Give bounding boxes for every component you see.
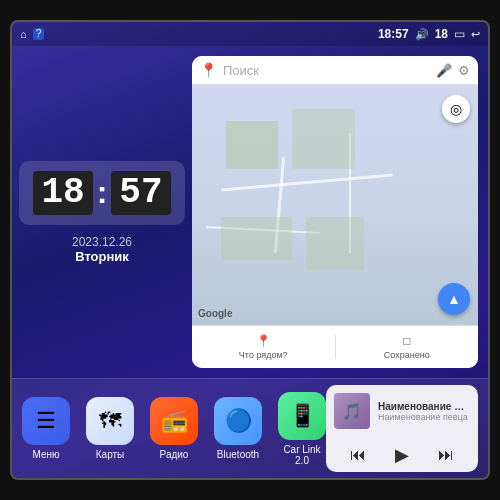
left-panel: 18 : 57 2023.12.26 Вторник (22, 56, 182, 368)
music-next-button[interactable]: ⏭ (438, 446, 454, 464)
map-block (221, 217, 293, 260)
map-block (292, 109, 355, 169)
saved-icon: □ (403, 334, 410, 348)
home-icon[interactable]: ⌂ (20, 28, 27, 40)
maps-label: Карты (96, 449, 125, 460)
device-screen: ⌂ ? 18:57 🔊 18 ▭ ↩ 18 : 57 2023.12.26 Вт… (10, 20, 490, 480)
music-artist: Наименование певца (378, 412, 470, 422)
main-content: 18 : 57 2023.12.26 Вторник 📍 Поиск 🎤 ⚙ (12, 46, 488, 378)
back-icon[interactable]: ↩ (471, 28, 480, 41)
clock-minutes: 57 (111, 171, 170, 215)
music-prev-button[interactable]: ⏮ (350, 446, 366, 464)
map-block (306, 217, 363, 270)
music-avatar-image: 🎵 (334, 393, 370, 429)
clock-hours: 18 (33, 171, 92, 215)
weekday-text: Вторник (72, 249, 132, 264)
map-widget: 📍 Поиск 🎤 ⚙ Google ◎ ▲ (192, 56, 478, 368)
map-block (226, 121, 277, 169)
nearby-label: Что рядом? (239, 350, 288, 360)
map-area[interactable]: Google ◎ ▲ (192, 85, 478, 325)
map-saved-button[interactable]: □ Сохранено (336, 330, 479, 364)
volume-icon: 🔊 (415, 28, 429, 41)
app-maps[interactable]: 🗺 Карты (86, 397, 134, 460)
nearby-icon: 📍 (256, 334, 271, 348)
app-menu[interactable]: ☰ Меню (22, 397, 70, 460)
map-search-text[interactable]: Поиск (223, 63, 430, 78)
status-battery-number: 18 (435, 27, 448, 41)
map-search-bar[interactable]: 📍 Поиск 🎤 ⚙ (192, 56, 478, 85)
map-pin-icon: 📍 (200, 62, 217, 78)
map-voice-icon[interactable]: 🎤 (436, 63, 452, 78)
map-location-fab[interactable]: ◎ (442, 95, 470, 123)
app-icon[interactable]: ? (33, 28, 45, 40)
map-navigate-fab[interactable]: ▲ (438, 283, 470, 315)
maps-icon: 🗺 (86, 397, 134, 445)
music-info: 🎵 Наименование песни Наименование певца (326, 385, 478, 437)
music-player: 🎵 Наименование песни Наименование певца … (326, 385, 478, 472)
music-title: Наименование песни (378, 401, 470, 412)
music-play-button[interactable]: ▶ (395, 444, 409, 466)
carlink-label: Car Link 2.0 (278, 444, 326, 466)
battery-icon: ▭ (454, 27, 465, 41)
app-radio[interactable]: 📻 Радио (150, 397, 198, 460)
saved-label: Сохранено (384, 350, 430, 360)
app-carlink[interactable]: 📱 Car Link 2.0 (278, 392, 326, 466)
date-info: 2023.12.26 Вторник (72, 235, 132, 264)
app-bluetooth[interactable]: 🔵 Bluetooth (214, 397, 262, 460)
date-text: 2023.12.26 (72, 235, 132, 249)
status-bar: ⌂ ? 18:57 🔊 18 ▭ ↩ (12, 22, 488, 46)
carlink-icon: 📱 (278, 392, 326, 440)
status-time: 18:57 (378, 27, 409, 41)
bottom-bar: ☰ Меню 🗺 Карты 📻 Радио 🔵 Bluetooth 📱 Car… (12, 378, 488, 478)
bluetooth-icon: 🔵 (214, 397, 262, 445)
menu-icon: ☰ (22, 397, 70, 445)
map-road (221, 174, 392, 192)
map-settings-icon[interactable]: ⚙ (458, 63, 470, 78)
radio-label: Радио (160, 449, 189, 460)
music-text: Наименование песни Наименование певца (378, 401, 470, 422)
google-logo: Google (198, 308, 232, 319)
music-avatar: 🎵 (334, 393, 370, 429)
music-controls: ⏮ ▶ ⏭ (326, 437, 478, 472)
map-nearby-button[interactable]: 📍 Что рядом? (192, 330, 335, 364)
app-icon-list: ☰ Меню 🗺 Карты 📻 Радио 🔵 Bluetooth 📱 Car… (22, 392, 326, 466)
clock-widget: 18 : 57 (19, 161, 184, 225)
menu-label: Меню (32, 449, 59, 460)
map-footer: 📍 Что рядом? □ Сохранено (192, 325, 478, 368)
clock-colon: : (97, 174, 108, 211)
radio-icon: 📻 (150, 397, 198, 445)
bluetooth-label: Bluetooth (217, 449, 259, 460)
status-left-icons: ⌂ ? (20, 28, 44, 40)
